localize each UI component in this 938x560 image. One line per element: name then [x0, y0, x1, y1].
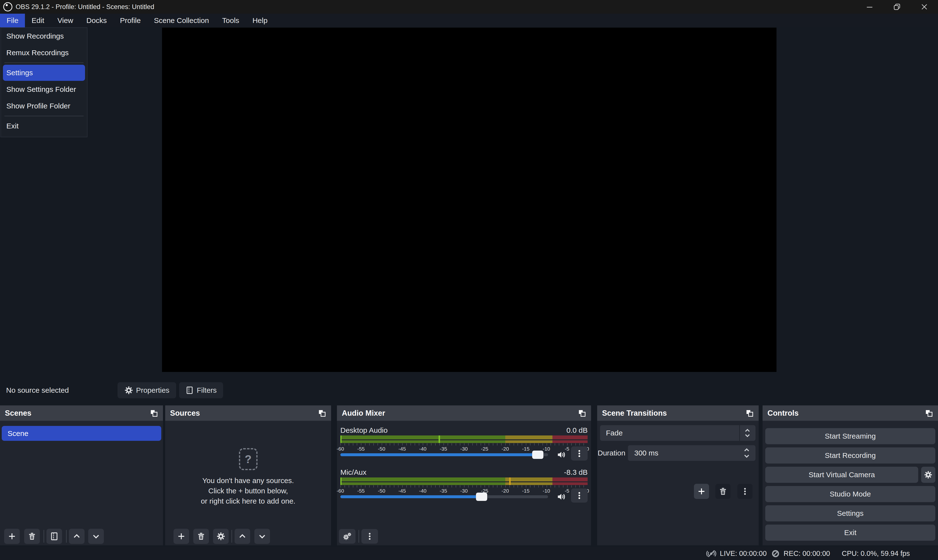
- file-menu-exit[interactable]: Exit: [1, 118, 87, 134]
- scene-filters-button[interactable]: [46, 529, 62, 544]
- controls-panel-header: Controls: [762, 405, 938, 421]
- panel-popout-icon[interactable]: [150, 409, 158, 417]
- advanced-audio-properties-button[interactable]: [339, 529, 356, 544]
- file-menu-remux-recordings[interactable]: Remux Recordings: [1, 45, 87, 61]
- menu-edit[interactable]: Edit: [25, 14, 51, 27]
- file-menu-show-settings-folder[interactable]: Show Settings Folder: [1, 81, 87, 98]
- file-menu-settings[interactable]: Settings: [3, 65, 85, 81]
- duration-label: Duration: [598, 445, 625, 461]
- close-button[interactable]: [911, 0, 938, 14]
- filters-button[interactable]: Filters: [179, 382, 223, 398]
- scenes-panel-header: Scenes: [0, 405, 163, 421]
- rec-time: REC: 00:00:00: [784, 549, 830, 558]
- window-title: OBS 29.1.2 - Profile: Untitled - Scenes:…: [15, 3, 154, 11]
- start-virtual-camera-button[interactable]: Start Virtual Camera: [765, 467, 918, 483]
- audio-mixer-panel: Audio Mixer Desktop Audio 0.0 dB -60-: [337, 405, 591, 545]
- panel-popout-icon[interactable]: [578, 409, 586, 417]
- remove-transition-button[interactable]: [715, 484, 730, 499]
- source-properties-button[interactable]: [213, 529, 229, 544]
- panel-popout-icon[interactable]: [925, 409, 933, 417]
- meter-input-tick: [340, 435, 342, 443]
- add-scene-button[interactable]: [4, 529, 20, 544]
- rec-status: REC: 00:00:00: [771, 547, 830, 560]
- menu-help[interactable]: Help: [246, 14, 274, 27]
- db-scale-label: -60: [337, 446, 344, 452]
- menu-file[interactable]: File: [0, 14, 25, 27]
- studio-mode-button[interactable]: Studio Mode: [765, 486, 935, 502]
- title-bar: OBS 29.1.2 - Profile: Untitled - Scenes:…: [0, 0, 938, 14]
- exit-button[interactable]: Exit: [765, 525, 935, 541]
- combo-divider: [739, 425, 740, 441]
- toolbar-separator: [66, 530, 67, 543]
- settings-button[interactable]: Settings: [765, 505, 935, 522]
- duration-spinbox[interactable]: 300 ms: [628, 445, 755, 461]
- add-source-button[interactable]: [174, 529, 189, 544]
- menu-tools[interactable]: Tools: [216, 14, 246, 27]
- move-scene-up-button[interactable]: [69, 529, 85, 544]
- transition-options-button[interactable]: [738, 484, 753, 499]
- sources-empty-message: You don't have any sources. Click the + …: [165, 475, 331, 506]
- transition-select[interactable]: Fade: [600, 425, 755, 441]
- menu-scene-collection[interactable]: Scene Collection: [147, 14, 216, 27]
- live-time: LIVE: 00:00:00: [720, 549, 767, 558]
- mixer-channel-desktop-audio: Desktop Audio 0.0 dB -60-55-50-45-40-35-…: [340, 426, 588, 468]
- stream-inactive-icon: [706, 549, 716, 559]
- menu-separator: [1, 61, 87, 65]
- toolbar-separator: [231, 530, 232, 543]
- db-scale-label: -55: [357, 446, 365, 452]
- audio-mixer-title: Audio Mixer: [342, 409, 385, 418]
- volume-slider[interactable]: [340, 453, 548, 456]
- remove-scene-button[interactable]: [24, 529, 40, 544]
- speaker-icon[interactable]: [556, 492, 567, 502]
- window-controls: [856, 0, 938, 14]
- scenes-panel: Scenes Scene: [0, 405, 163, 545]
- move-source-down-button[interactable]: [254, 529, 270, 544]
- panel-popout-icon[interactable]: [745, 409, 754, 417]
- controls-panel-title: Controls: [767, 409, 798, 418]
- volume-slider-handle[interactable]: [476, 492, 487, 501]
- scene-transitions-body: Fade Duration 300 ms: [597, 421, 759, 545]
- db-scale-label: -30: [461, 446, 468, 452]
- file-menu-show-recordings[interactable]: Show Recordings: [1, 28, 87, 45]
- virtual-camera-settings-button[interactable]: [921, 467, 935, 483]
- move-scene-down-button[interactable]: [88, 529, 104, 544]
- db-scale-label: -40: [419, 446, 427, 452]
- channel-options-button[interactable]: [571, 488, 588, 503]
- minimize-button[interactable]: [856, 0, 883, 14]
- properties-button[interactable]: Properties: [117, 382, 176, 398]
- speaker-icon[interactable]: [556, 449, 567, 460]
- volume-slider-handle[interactable]: [532, 451, 544, 459]
- mixer-options-button[interactable]: [361, 529, 378, 544]
- channel-options-button[interactable]: [571, 446, 588, 461]
- db-scale-label: -40: [419, 488, 427, 494]
- remove-source-button[interactable]: [193, 529, 209, 544]
- volume-slider[interactable]: [340, 495, 548, 498]
- move-source-up-button[interactable]: [234, 529, 250, 544]
- db-scale-label: -15: [522, 446, 530, 452]
- volume-slider-fill: [340, 453, 538, 456]
- cpu-fps-text: CPU: 0.0%, 59.94 fps: [842, 549, 910, 558]
- db-scale-label: -30: [461, 488, 468, 494]
- menu-profile[interactable]: Profile: [113, 14, 147, 27]
- controls-panel-body: Start Streaming Start Recording Start Vi…: [762, 421, 938, 545]
- filter-icon: [185, 386, 194, 394]
- scene-list-item-selected[interactable]: Scene: [2, 426, 161, 441]
- menu-docks[interactable]: Docks: [80, 14, 113, 27]
- start-recording-button[interactable]: Start Recording: [765, 448, 935, 463]
- channel-db-value: 0.0 dB: [566, 426, 588, 434]
- controls-panel: Controls Start Streaming Start Recording…: [762, 405, 938, 545]
- record-inactive-icon: [771, 549, 780, 558]
- file-menu-show-profile-folder[interactable]: Show Profile Folder: [1, 98, 87, 114]
- db-scale-label: -35: [439, 488, 447, 494]
- start-streaming-button[interactable]: Start Streaming: [765, 428, 935, 444]
- menu-view[interactable]: View: [51, 14, 80, 27]
- channel-db-value: -8.3 dB: [564, 468, 588, 477]
- restore-button[interactable]: [883, 0, 911, 14]
- sources-list[interactable]: ? You don't have any sources. Click the …: [165, 421, 331, 545]
- panel-popout-icon[interactable]: [318, 409, 326, 417]
- add-transition-button[interactable]: [694, 484, 709, 499]
- scene-transitions-panel: Scene Transitions Fade Duration: [597, 405, 759, 545]
- db-scale: -60-55-50-45-40-35-30-25-20-15-10-50: [340, 488, 588, 494]
- spinbox-arrows-icon[interactable]: [742, 446, 752, 460]
- db-scale-label: -55: [357, 488, 365, 494]
